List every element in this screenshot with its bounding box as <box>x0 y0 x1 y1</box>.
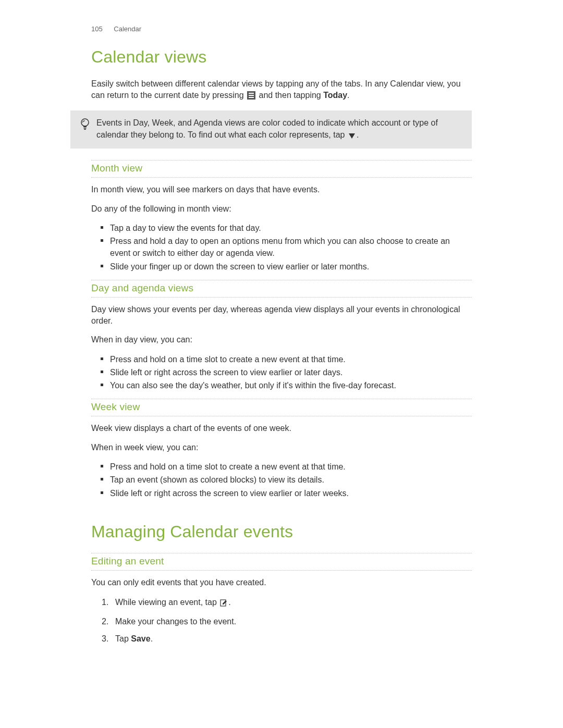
subheading-wrap: Month view <box>91 160 472 178</box>
svg-rect-3 <box>249 97 254 98</box>
list-item: You can also see the day's weather, but … <box>109 379 472 391</box>
step-3b: . <box>151 634 153 643</box>
list-item: Tap a day to view the events for that da… <box>109 222 472 234</box>
svg-rect-1 <box>249 93 254 94</box>
heading-editing-event: Editing an event <box>91 556 472 568</box>
list-item: Tap an event (shown as colored blocks) t… <box>109 474 472 486</box>
tip-text: Events in Day, Week, and Agenda views ar… <box>92 117 464 142</box>
dropdown-triangle-icon <box>348 130 356 142</box>
week-p2: When in week view, you can: <box>91 442 472 453</box>
menu-icon <box>247 91 255 103</box>
step-item: While viewing an event, tap . <box>102 596 472 611</box>
step-3a: Tap <box>115 634 131 643</box>
svg-marker-8 <box>349 133 355 139</box>
edit-pencil-icon <box>220 597 227 611</box>
lightbulb-icon <box>78 117 92 130</box>
edit-p1: You can only edit events that you have c… <box>91 577 472 588</box>
day-p2: When in day view, you can: <box>91 334 472 346</box>
intro-paragraph: Easily switch between different calendar… <box>91 78 472 103</box>
page-header: 105 Calendar <box>91 25 472 33</box>
list-item: Press and hold a day to open an options … <box>109 235 472 259</box>
edit-steps: While viewing an event, tap . Make your … <box>91 596 472 646</box>
step-1a: While viewing an event, tap <box>115 598 219 607</box>
svg-rect-7 <box>84 129 86 130</box>
document-page: 105 Calendar Calendar views Easily switc… <box>0 0 563 684</box>
month-bullets: Tap a day to view the events for that da… <box>91 222 472 273</box>
subheading-wrap: Editing an event <box>91 553 472 571</box>
page-number: 105 <box>91 25 103 33</box>
month-p1: In month view, you will see markers on d… <box>91 184 472 195</box>
tip-callout: Events in Day, Week, and Agenda views ar… <box>70 110 472 149</box>
intro-text-2: and then tapping <box>256 91 323 100</box>
list-item: Press and hold on a time slot to create … <box>109 461 472 473</box>
tip-period: . <box>357 130 359 139</box>
list-item: Slide left or right across the screen to… <box>109 366 472 378</box>
save-label: Save <box>131 634 150 643</box>
step-item: Make your changes to the event. <box>102 615 472 628</box>
svg-rect-5 <box>83 126 87 127</box>
today-label: Today <box>323 91 347 100</box>
list-item: Slide left or right across the screen to… <box>109 487 472 499</box>
step-item: Tap Save. <box>102 632 472 646</box>
subheading-wrap: Week view <box>91 399 472 416</box>
intro-period: . <box>347 91 349 100</box>
heading-month-view: Month view <box>91 163 472 175</box>
list-item: Slide your finger up or down the screen … <box>109 261 472 273</box>
month-p2: Do any of the following in month view: <box>91 203 472 215</box>
day-bullets: Press and hold on a time slot to create … <box>91 353 472 392</box>
heading-day-agenda: Day and agenda views <box>91 282 472 295</box>
svg-rect-2 <box>249 95 254 96</box>
heading-managing-events: Managing Calendar events <box>91 522 472 541</box>
svg-rect-6 <box>84 128 87 129</box>
heading-week-view: Week view <box>91 401 472 414</box>
week-p1: Week view displays a chart of the events… <box>91 423 472 434</box>
section-name: Calendar <box>114 25 141 33</box>
heading-calendar-views: Calendar views <box>91 47 472 67</box>
tip-text-1: Events in Day, Week, and Agenda views ar… <box>96 118 438 139</box>
step-1b: . <box>228 598 230 607</box>
week-bullets: Press and hold on a time slot to create … <box>91 461 472 499</box>
list-item: Press and hold on a time slot to create … <box>109 353 472 365</box>
subheading-wrap: Day and agenda views <box>91 280 472 298</box>
day-p1: Day view shows your events per day, wher… <box>91 304 472 327</box>
